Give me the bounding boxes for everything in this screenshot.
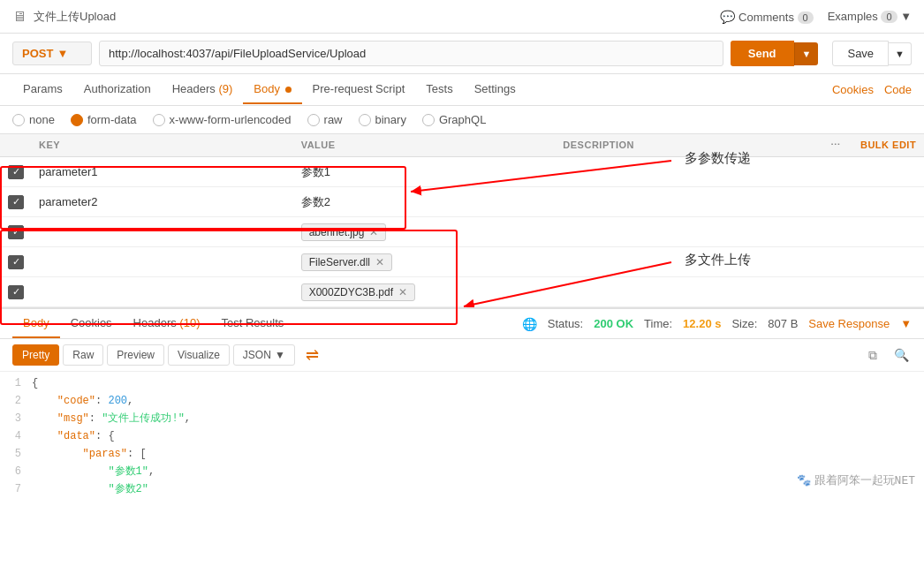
wrap-icon[interactable]: ⇌ [306, 345, 319, 365]
watermark-text: 跟着阿笨一起玩NET [814, 472, 915, 491]
table-row: parameter1 参数1 [0, 157, 924, 187]
watermark-icon: 🐾 [797, 472, 811, 491]
json-line-7: 7 "参数2" [0, 481, 924, 499]
tab-authorization[interactable]: Authorization [73, 75, 162, 104]
examples-badge: 0 [881, 11, 897, 23]
tab-tests[interactable]: Tests [415, 75, 463, 104]
send-button[interactable]: Send [731, 41, 794, 66]
resp-raw-button[interactable]: Raw [63, 344, 103, 366]
file2-checkbox[interactable] [8, 255, 24, 269]
radio-form-data-circle [71, 114, 83, 126]
resp-tab-body[interactable]: Body [12, 309, 60, 338]
radio-binary-label: binary [375, 113, 406, 126]
radio-raw[interactable]: raw [307, 113, 343, 126]
resp-pretty-button[interactable]: Pretty [12, 344, 59, 366]
save-button[interactable]: Save [832, 41, 889, 66]
file-row-1: abennet.jpg ✕ [0, 217, 924, 247]
radio-form-data-label: form-data [87, 113, 137, 126]
save-dropdown-button[interactable]: ▼ [889, 42, 912, 65]
col-key: KEY [32, 140, 294, 151]
status-label: Status: [548, 317, 583, 330]
radio-binary-circle [359, 114, 371, 126]
radio-graphql[interactable]: GraphQL [422, 113, 486, 126]
row1-checkbox[interactable] [8, 165, 24, 179]
body-options: none form-data x-www-form-urlencoded raw… [0, 106, 924, 134]
resp-tab-test-results[interactable]: Test Results [210, 309, 294, 338]
table-header: KEY VALUE DESCRIPTION ⋯ Bulk Edit [0, 134, 924, 157]
file1-key[interactable] [32, 229, 294, 236]
resp-preview-button[interactable]: Preview [107, 344, 164, 366]
title-bar: 🖥 文件上传Upload 💬 Comments 0 Examples 0 ▼ [0, 0, 924, 34]
tab-settings[interactable]: Settings [464, 75, 526, 104]
json-display: 1 { 2 "code": 200, 3 "msg": "文件上传成功!", 4… [0, 372, 924, 500]
tab-headers[interactable]: Headers (9) [162, 75, 244, 104]
url-input[interactable] [99, 41, 723, 66]
tab-params[interactable]: Params [12, 75, 73, 104]
method-select[interactable]: POST ▼ [12, 42, 92, 65]
method-label: POST [22, 47, 53, 60]
radio-urlencoded-circle [153, 114, 165, 126]
watermark: 🐾 跟着阿笨一起玩NET [797, 472, 915, 491]
json-line-4: 4 "data": { [0, 428, 924, 446]
file1-name: abennet.jpg [309, 226, 365, 238]
radio-urlencoded[interactable]: x-www-form-urlencoded [153, 113, 292, 126]
file1-checkbox[interactable] [8, 225, 24, 239]
radio-none-label: none [29, 113, 55, 126]
json-line-5: 5 "paras": [ [0, 446, 924, 464]
json-line-6: 6 "参数1", [0, 464, 924, 481]
radio-graphql-circle [422, 114, 435, 126]
file3-key[interactable] [32, 289, 294, 296]
radio-binary[interactable]: binary [359, 113, 406, 126]
title-bar-left: 🖥 文件上传Upload [12, 9, 116, 25]
save-response-dropdown[interactable]: ▼ [900, 317, 912, 330]
file3-checkbox[interactable] [8, 285, 24, 299]
search-icon[interactable]: 🔍 [890, 344, 912, 366]
tab-body[interactable]: Body [243, 75, 301, 104]
bulk-edit-label[interactable]: Bulk Edit [853, 140, 924, 151]
file2-remove[interactable]: ✕ [375, 256, 384, 268]
code-link[interactable]: Code [884, 83, 912, 96]
file3-remove[interactable]: ✕ [398, 286, 407, 298]
file1-remove[interactable]: ✕ [369, 226, 378, 238]
file-row-3: X000ZDYC3B.pdf ✕ [0, 277, 924, 307]
radio-raw-label: raw [324, 113, 343, 126]
resp-tab-cookies[interactable]: Cookies [60, 309, 123, 338]
url-bar: POST ▼ Send ▼ Save ▼ [0, 34, 924, 74]
tab-bar: Params Authorization Headers (9) Body Pr… [0, 74, 924, 106]
examples-dropdown-icon[interactable]: ▼ [900, 10, 912, 23]
row2-description[interactable] [556, 199, 818, 206]
resp-visualize-button[interactable]: Visualize [168, 344, 230, 366]
radio-none[interactable]: none [12, 113, 55, 126]
file1-value: abennet.jpg ✕ [294, 220, 557, 245]
format-select[interactable]: JSON ▼ [233, 344, 295, 366]
annotation-label-params: 多参数传递 [685, 150, 751, 167]
json-line-3: 3 "msg": "文件上传成功!", [0, 411, 924, 428]
radio-graphql-label: GraphQL [439, 113, 486, 126]
json-line-1: 1 { [0, 375, 924, 393]
row1-value[interactable]: 参数1 [294, 161, 557, 184]
time-label: Time: [644, 317, 672, 330]
annotation-label-files: 多文件上传 [685, 252, 751, 268]
row2-value[interactable]: 参数2 [294, 191, 557, 214]
row1-key[interactable]: parameter1 [32, 162, 294, 182]
size-value: 807 B [768, 317, 798, 330]
comments-badge: 0 [798, 11, 814, 24]
file2-key[interactable] [32, 259, 294, 266]
radio-raw-circle [307, 114, 320, 126]
save-response-button[interactable]: Save Response [808, 317, 890, 330]
copy-icon[interactable]: ⧉ [862, 344, 883, 366]
examples-section: Examples 0 ▼ [828, 10, 912, 23]
cookies-link[interactable]: Cookies [832, 83, 874, 96]
tab-pre-request-script[interactable]: Pre-request Script [302, 75, 416, 104]
response-tabs: Body Cookies Headers (10) Test Results 🌐… [0, 307, 924, 339]
resp-tab-headers[interactable]: Headers (10) [123, 309, 211, 338]
row2-key[interactable]: parameter2 [32, 192, 294, 212]
radio-form-data[interactable]: form-data [71, 113, 137, 126]
format-label: JSON [243, 349, 271, 361]
resp-status: 🌐 Status: 200 OK Time: 12.20 s Size: 807… [522, 317, 912, 331]
send-dropdown-button[interactable]: ▼ [794, 42, 819, 65]
title-bar-right: 💬 Comments 0 Examples 0 ▼ [720, 10, 912, 24]
row2-checkbox[interactable] [8, 195, 24, 209]
page-title: 文件上传Upload [34, 9, 116, 25]
row1-description[interactable] [556, 169, 818, 176]
